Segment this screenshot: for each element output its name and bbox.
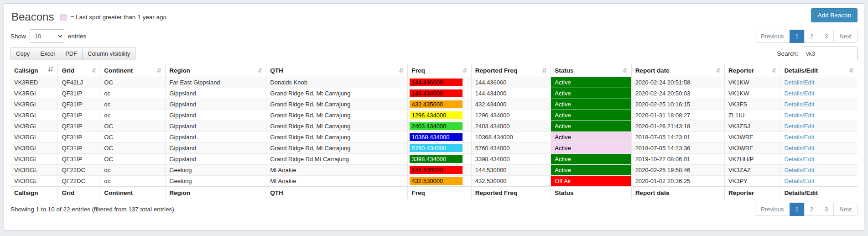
search-input[interactable] — [802, 47, 858, 60]
status-cell: Active — [551, 132, 631, 143]
details-edit-link[interactable]: Details/Edit — [784, 167, 814, 173]
details-edit-link[interactable]: Details/Edit — [784, 123, 814, 130]
sort-both-icon: ⇵ — [399, 67, 404, 74]
add-beacon-button[interactable]: Add Beacon — [811, 8, 858, 22]
cell-reported-freq: 3398.434000 — [471, 154, 551, 165]
status-cell: Active — [551, 154, 631, 165]
cell-freq: 3398.434000 — [408, 154, 471, 165]
column-header-status[interactable]: Status⇵ — [551, 64, 631, 77]
cell-callsign: VK3RGL — [10, 165, 58, 176]
column-header-details-edit[interactable]: Details/Edit⇵ — [780, 64, 858, 77]
pagination-top: Previous123Next — [755, 30, 858, 43]
cell-callsign: VK3RGI — [10, 99, 58, 110]
cell-region: Geelong — [166, 176, 266, 187]
legend: = Last spot greater than 1 year ago — [60, 14, 166, 21]
cell-continent: oc — [100, 176, 166, 187]
column-header-region[interactable]: Region⇵ — [166, 64, 266, 77]
cell-report-date: 2020-02-25 19:58:46 — [631, 165, 724, 176]
cell-region: Far East Gippsland — [166, 77, 266, 88]
cell-grid: QF42LJ — [58, 77, 100, 88]
footer-column-header-freq: Freq — [408, 187, 471, 199]
next-page-button[interactable]: Next — [833, 203, 858, 216]
cell-reporter: VK3ZAZ — [724, 165, 780, 176]
freq-band-badge: 144.530000 — [410, 166, 463, 174]
table-row: VK3RGLQF22DCocGeelongMt Anakie144.530000… — [10, 165, 858, 176]
cell-region: Gippsland — [166, 143, 266, 154]
pdf-button[interactable]: PDF — [60, 47, 83, 60]
cell-reporter: VK1KW — [724, 88, 780, 99]
panel-header: Beacons = Last spot greater than 1 year … — [10, 7, 858, 26]
column-header-callsign[interactable]: Callsign — [10, 64, 58, 77]
details-edit-link[interactable]: Details/Edit — [784, 79, 814, 86]
cell-reporter: ZL1IU — [724, 110, 780, 121]
footer-column-header-details-edit: Details/Edit — [780, 187, 858, 199]
details-edit-link[interactable]: Details/Edit — [784, 101, 814, 108]
sort-active-icon — [48, 67, 54, 74]
cell-freq: 432.530000 — [408, 176, 471, 187]
details-edit-link[interactable]: Details/Edit — [784, 178, 814, 184]
cell-callsign: VK3RGI — [10, 121, 58, 132]
copy-button[interactable]: Copy — [10, 47, 35, 60]
table-row: VK3RGIQF31IPocGippslandGrand Ridge Rd, M… — [10, 88, 858, 99]
page-number-button-2[interactable]: 2 — [804, 30, 819, 43]
cell-reported-freq: 144.434000 — [471, 88, 551, 99]
column-header-reporter[interactable]: Reporter⇵ — [724, 64, 780, 77]
cell-continent: OC — [100, 77, 166, 88]
column-header-label: Report date — [635, 67, 670, 74]
cell-reporter: VK3FS — [724, 99, 780, 110]
page-length-select[interactable]: 10 — [30, 29, 64, 43]
freq-band-badge: 10368.434000 — [410, 133, 463, 141]
cell-grid: QF22DC — [58, 165, 100, 176]
previous-page-button[interactable]: Previous — [755, 203, 790, 216]
cell-callsign: VK3RGI — [10, 143, 58, 154]
status-cell: Active — [551, 143, 631, 154]
details-edit-link[interactable]: Details/Edit — [784, 156, 814, 163]
table-footer-row: Showing 1 to 10 of 22 entries (filtered … — [10, 203, 858, 216]
cell-reported-freq: 1296.434000 — [471, 110, 551, 121]
page-number-button-3[interactable]: 3 — [819, 203, 834, 216]
page-number-button-3[interactable]: 3 — [819, 30, 834, 43]
cell-reported-freq: 432.434000 — [471, 99, 551, 110]
details-edit-link[interactable]: Details/Edit — [784, 90, 814, 97]
search-control: Search: — [777, 47, 858, 60]
footer-column-header-qth: QTH — [266, 187, 408, 199]
excel-button[interactable]: Excel — [35, 47, 60, 60]
column-visibility-button[interactable]: Column visibility — [82, 47, 135, 60]
cell-report-date: 2018-07-05 14:23:36 — [631, 143, 724, 154]
table-header-row: CallsignGrid⇵Continent⇵Region⇵QTH⇵Freq⇵R… — [10, 64, 858, 77]
column-header-report-date[interactable]: Report date⇵ — [631, 64, 724, 77]
sort-both-icon: ⇵ — [542, 67, 547, 74]
cell-freq: 2403.434000 — [408, 121, 471, 132]
cell-details-edit: Details/Edit — [780, 77, 858, 88]
next-page-button[interactable]: Next — [833, 30, 858, 43]
table-row: VK3RGIQF31IPocGippslandGrand Ridge Rd, M… — [10, 99, 858, 110]
column-header-qth[interactable]: QTH⇵ — [266, 64, 408, 77]
page-number-button-1[interactable]: 1 — [790, 203, 805, 216]
cell-region: Gippsland — [166, 110, 266, 121]
details-edit-link[interactable]: Details/Edit — [784, 134, 814, 141]
cell-freq: 144.530000 — [408, 165, 471, 176]
page-number-button-2[interactable]: 2 — [804, 203, 819, 216]
freq-band-badge: 1296.434000 — [410, 111, 463, 119]
table-row: VK3RGLQF22DCocGeelongMt Anakie432.530000… — [10, 176, 858, 187]
details-edit-link[interactable]: Details/Edit — [784, 112, 814, 119]
previous-page-button[interactable]: Previous — [755, 30, 790, 43]
cell-qth: Grand Ridge Rd, Mt Carrajung — [266, 99, 408, 110]
cell-reporter: VK3WRE — [724, 143, 780, 154]
column-header-continent[interactable]: Continent⇵ — [100, 64, 166, 77]
details-edit-link[interactable]: Details/Edit — [784, 145, 814, 152]
page-number-button-1[interactable]: 1 — [790, 30, 805, 43]
table-row: VK3RGIQF31IPocGippslandGrand Ridge Rd, M… — [10, 110, 858, 121]
cell-report-date: 2019-10-22 08:06:01 — [631, 154, 724, 165]
show-label: Show — [10, 33, 26, 40]
cell-reported-freq: 144.530000 — [471, 165, 551, 176]
column-header-reported-freq[interactable]: Reported Freq⇵ — [471, 64, 551, 77]
status-cell: Active — [551, 165, 631, 176]
cell-reporter: VK7HH/P — [724, 154, 780, 165]
sort-both-icon: ⇵ — [849, 67, 854, 74]
column-header-grid[interactable]: Grid⇵ — [58, 64, 100, 77]
page-background: Beacons = Last spot greater than 1 year … — [0, 0, 868, 236]
cell-qth: Grand Ridge Rd, Mt Carrajung — [266, 143, 408, 154]
column-header-freq[interactable]: Freq⇵ — [408, 64, 471, 77]
table-row: VK3RGIQF31IPOCGippslandGrand Ridge Rd, M… — [10, 121, 858, 132]
